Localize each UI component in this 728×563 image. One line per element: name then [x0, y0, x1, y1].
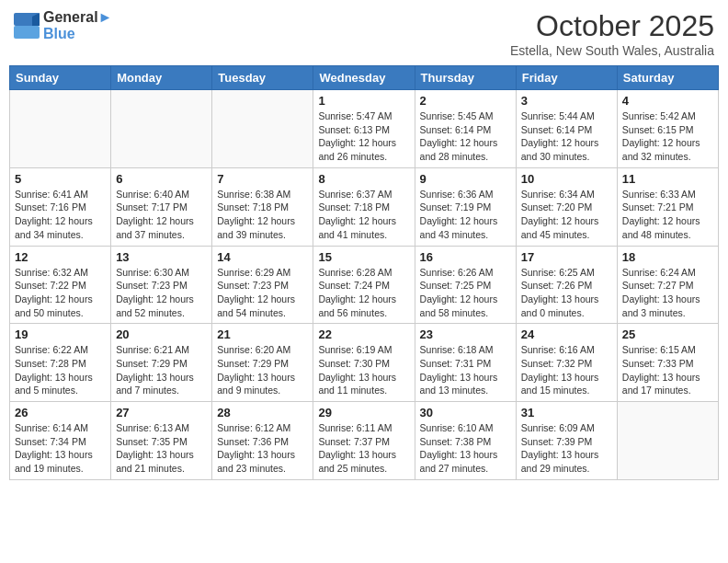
page-header: General► Blue October 2025 Estella, New …: [9, 9, 719, 58]
logo-text: General► Blue: [43, 9, 112, 42]
calendar-cell: [111, 90, 212, 168]
calendar-table: SundayMondayTuesdayWednesdayThursdayFrid…: [9, 65, 719, 480]
calendar-cell: 3Sunrise: 5:44 AM Sunset: 6:14 PM Daylig…: [516, 90, 617, 168]
calendar-cell: 6Sunrise: 6:40 AM Sunset: 7:17 PM Daylig…: [111, 167, 212, 246]
calendar-cell: 18Sunrise: 6:24 AM Sunset: 7:27 PM Dayli…: [617, 246, 718, 324]
weekday-header-tuesday: Tuesday: [212, 66, 313, 90]
calendar-cell: 28Sunrise: 6:12 AM Sunset: 7:36 PM Dayli…: [212, 402, 313, 480]
calendar-cell: 29Sunrise: 6:11 AM Sunset: 7:37 PM Dayli…: [313, 402, 415, 480]
calendar-cell: 16Sunrise: 6:26 AM Sunset: 7:25 PM Dayli…: [415, 246, 516, 324]
week-row-4: 19Sunrise: 6:22 AM Sunset: 7:28 PM Dayli…: [10, 324, 719, 402]
day-info: Sunrise: 6:40 AM Sunset: 7:17 PM Dayligh…: [116, 188, 207, 242]
day-info: Sunrise: 6:14 AM Sunset: 7:34 PM Dayligh…: [15, 421, 106, 476]
day-number: 25: [622, 327, 713, 341]
day-info: Sunrise: 6:13 AM Sunset: 7:35 PM Dayligh…: [116, 421, 207, 476]
weekday-header-row: SundayMondayTuesdayWednesdayThursdayFrid…: [10, 66, 719, 90]
day-info: Sunrise: 6:19 AM Sunset: 7:30 PM Dayligh…: [318, 343, 409, 397]
calendar-cell: 4Sunrise: 5:42 AM Sunset: 6:15 PM Daylig…: [617, 90, 718, 168]
calendar-cell: 13Sunrise: 6:30 AM Sunset: 7:23 PM Dayli…: [111, 246, 212, 324]
day-info: Sunrise: 6:32 AM Sunset: 7:22 PM Dayligh…: [15, 266, 106, 320]
day-number: 10: [521, 172, 612, 186]
calendar-cell: 5Sunrise: 6:41 AM Sunset: 7:16 PM Daylig…: [10, 167, 111, 246]
day-info: Sunrise: 5:44 AM Sunset: 6:14 PM Dayligh…: [521, 109, 612, 164]
calendar-cell: 12Sunrise: 6:32 AM Sunset: 7:22 PM Dayli…: [10, 246, 111, 324]
calendar-cell: 30Sunrise: 6:10 AM Sunset: 7:38 PM Dayli…: [415, 402, 516, 480]
calendar-cell: 17Sunrise: 6:25 AM Sunset: 7:26 PM Dayli…: [516, 246, 617, 324]
day-number: 24: [521, 327, 612, 341]
day-info: Sunrise: 6:36 AM Sunset: 7:19 PM Dayligh…: [420, 188, 511, 242]
day-number: 27: [116, 406, 207, 419]
calendar-cell: 19Sunrise: 6:22 AM Sunset: 7:28 PM Dayli…: [10, 324, 111, 402]
calendar-cell: 8Sunrise: 6:37 AM Sunset: 7:18 PM Daylig…: [313, 167, 415, 246]
week-row-2: 5Sunrise: 6:41 AM Sunset: 7:16 PM Daylig…: [10, 167, 719, 246]
day-number: 12: [15, 250, 106, 264]
calendar-cell: [212, 90, 313, 168]
day-number: 19: [15, 327, 106, 341]
logo-icon: [14, 13, 40, 39]
calendar-cell: 31Sunrise: 6:09 AM Sunset: 7:39 PM Dayli…: [516, 402, 617, 480]
calendar-cell: 24Sunrise: 6:16 AM Sunset: 7:32 PM Dayli…: [516, 324, 617, 402]
calendar-cell: 20Sunrise: 6:21 AM Sunset: 7:29 PM Dayli…: [111, 324, 212, 402]
calendar-cell: 27Sunrise: 6:13 AM Sunset: 7:35 PM Dayli…: [111, 402, 212, 480]
calendar-cell: [10, 90, 111, 168]
day-number: 18: [622, 250, 713, 264]
weekday-header-sunday: Sunday: [10, 66, 111, 90]
day-number: 16: [420, 250, 511, 264]
calendar-cell: 11Sunrise: 6:33 AM Sunset: 7:21 PM Dayli…: [617, 167, 718, 246]
weekday-header-monday: Monday: [111, 66, 212, 90]
day-number: 21: [217, 327, 308, 341]
day-number: 6: [116, 172, 207, 186]
day-number: 30: [420, 406, 511, 419]
svg-rect-1: [14, 26, 40, 39]
day-info: Sunrise: 6:29 AM Sunset: 7:23 PM Dayligh…: [217, 266, 308, 320]
day-info: Sunrise: 6:20 AM Sunset: 7:29 PM Dayligh…: [217, 343, 308, 397]
day-number: 15: [318, 250, 409, 264]
week-row-3: 12Sunrise: 6:32 AM Sunset: 7:22 PM Dayli…: [10, 246, 719, 324]
day-info: Sunrise: 6:28 AM Sunset: 7:24 PM Dayligh…: [318, 266, 409, 320]
day-number: 4: [622, 94, 713, 108]
calendar-cell: 26Sunrise: 6:14 AM Sunset: 7:34 PM Dayli…: [10, 402, 111, 480]
day-number: 5: [15, 172, 106, 186]
day-number: 8: [318, 172, 409, 186]
calendar-cell: 7Sunrise: 6:38 AM Sunset: 7:18 PM Daylig…: [212, 167, 313, 246]
day-info: Sunrise: 6:09 AM Sunset: 7:39 PM Dayligh…: [521, 421, 612, 476]
calendar-cell: 15Sunrise: 6:28 AM Sunset: 7:24 PM Dayli…: [313, 246, 415, 324]
day-number: 9: [420, 172, 511, 186]
day-number: 17: [521, 250, 612, 264]
day-number: 14: [217, 250, 308, 264]
day-number: 31: [521, 406, 612, 419]
day-info: Sunrise: 5:45 AM Sunset: 6:14 PM Dayligh…: [420, 109, 511, 164]
day-number: 7: [217, 172, 308, 186]
week-row-1: 1Sunrise: 5:47 AM Sunset: 6:13 PM Daylig…: [10, 90, 719, 168]
calendar-cell: 10Sunrise: 6:34 AM Sunset: 7:20 PM Dayli…: [516, 167, 617, 246]
calendar-cell: 21Sunrise: 6:20 AM Sunset: 7:29 PM Dayli…: [212, 324, 313, 402]
day-info: Sunrise: 6:21 AM Sunset: 7:29 PM Dayligh…: [116, 343, 207, 397]
calendar-cell: 23Sunrise: 6:18 AM Sunset: 7:31 PM Dayli…: [415, 324, 516, 402]
calendar-cell: [617, 402, 718, 480]
day-info: Sunrise: 6:30 AM Sunset: 7:23 PM Dayligh…: [116, 266, 207, 320]
day-info: Sunrise: 6:25 AM Sunset: 7:26 PM Dayligh…: [521, 266, 612, 320]
weekday-header-friday: Friday: [516, 66, 617, 90]
calendar-cell: 9Sunrise: 6:36 AM Sunset: 7:19 PM Daylig…: [415, 167, 516, 246]
calendar-cell: 25Sunrise: 6:15 AM Sunset: 7:33 PM Dayli…: [617, 324, 718, 402]
weekday-header-thursday: Thursday: [415, 66, 516, 90]
day-info: Sunrise: 6:34 AM Sunset: 7:20 PM Dayligh…: [521, 188, 612, 242]
weekday-header-wednesday: Wednesday: [313, 66, 415, 90]
day-info: Sunrise: 6:37 AM Sunset: 7:18 PM Dayligh…: [318, 188, 409, 242]
day-info: Sunrise: 6:33 AM Sunset: 7:21 PM Dayligh…: [622, 188, 713, 242]
day-number: 23: [420, 327, 511, 341]
location-subtitle: Estella, New South Wales, Australia: [510, 43, 714, 58]
day-number: 22: [318, 327, 409, 341]
day-number: 29: [318, 406, 409, 419]
calendar-cell: 2Sunrise: 5:45 AM Sunset: 6:14 PM Daylig…: [415, 90, 516, 168]
calendar-cell: 1Sunrise: 5:47 AM Sunset: 6:13 PM Daylig…: [313, 90, 415, 168]
week-row-5: 26Sunrise: 6:14 AM Sunset: 7:34 PM Dayli…: [10, 402, 719, 480]
day-info: Sunrise: 5:47 AM Sunset: 6:13 PM Dayligh…: [318, 109, 409, 164]
day-info: Sunrise: 6:38 AM Sunset: 7:18 PM Dayligh…: [217, 188, 308, 242]
calendar-cell: 22Sunrise: 6:19 AM Sunset: 7:30 PM Dayli…: [313, 324, 415, 402]
logo: General► Blue: [14, 9, 112, 42]
day-number: 26: [15, 406, 106, 419]
day-number: 1: [318, 94, 409, 108]
day-info: Sunrise: 6:24 AM Sunset: 7:27 PM Dayligh…: [622, 266, 713, 320]
weekday-header-saturday: Saturday: [617, 66, 718, 90]
